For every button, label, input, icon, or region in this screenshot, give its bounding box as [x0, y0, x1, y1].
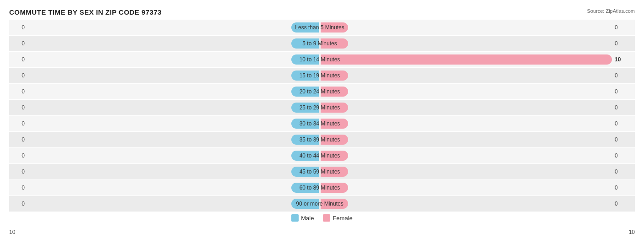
chart-row: 030 to 34 Minutes0: [9, 116, 635, 131]
female-bar-wrap: [320, 71, 612, 81]
bar-section: 25 to 29 Minutes: [27, 100, 612, 115]
bar-pair: [27, 36, 612, 51]
right-value: 0: [612, 152, 635, 159]
chart-row: 040 to 44 Minutes0: [9, 148, 635, 163]
left-value: 0: [9, 152, 27, 159]
left-value: 0: [9, 24, 27, 31]
male-bar: [291, 183, 319, 193]
right-value: 0: [612, 136, 635, 143]
female-bar: [321, 183, 348, 193]
chart-row: 025 to 29 Minutes0: [9, 100, 635, 115]
male-bar-wrap: [27, 38, 320, 49]
bottom-right-value: 10: [629, 229, 635, 235]
male-bar-wrap: [27, 199, 320, 209]
bar-section: 30 to 34 Minutes: [27, 116, 612, 131]
chart-row: 015 to 19 Minutes0: [9, 68, 635, 83]
right-value: 0: [612, 201, 635, 207]
female-bar-wrap: [320, 199, 612, 209]
male-bar: [291, 54, 319, 65]
left-value: 0: [9, 136, 27, 143]
male-bar-wrap: [27, 22, 320, 33]
male-bar: [291, 151, 319, 161]
chart-row: 090 or more Minutes0: [9, 196, 635, 212]
female-bar: [321, 71, 348, 81]
female-label: Female: [333, 215, 352, 222]
bar-pair: [27, 148, 612, 163]
bar-section: Less than 5 Minutes: [27, 20, 612, 35]
bar-section: 5 to 9 Minutes: [27, 36, 612, 51]
right-value: 0: [612, 24, 635, 31]
source-label: Source: ZipAtlas.com: [587, 8, 635, 14]
male-bar-wrap: [27, 151, 320, 161]
bar-section: 10 to 14 Minutes: [27, 52, 612, 67]
bar-pair: [27, 52, 612, 67]
female-bar: [321, 119, 348, 129]
bar-pair: [27, 196, 612, 212]
male-label: Male: [301, 215, 314, 222]
male-bar: [291, 38, 319, 49]
male-bar-wrap: [27, 119, 320, 129]
female-bar-wrap: [320, 135, 612, 145]
right-value: 10: [612, 56, 635, 63]
bar-pair: [27, 100, 612, 115]
female-bar-wrap: [320, 119, 612, 129]
male-bar-wrap: [27, 71, 320, 81]
left-value: 0: [9, 201, 27, 207]
male-swatch: [291, 214, 299, 222]
female-bar: [321, 22, 348, 33]
bar-pair: [27, 180, 612, 196]
female-bar-wrap: [320, 103, 612, 113]
bar-pair: [27, 84, 612, 99]
bar-pair: [27, 132, 612, 147]
female-bar-wrap: [320, 87, 612, 97]
male-bar-wrap: [27, 167, 320, 177]
chart-area: 0Less than 5 Minutes005 to 9 Minutes0010…: [9, 20, 635, 212]
female-bar: [321, 38, 348, 49]
left-value: 0: [9, 88, 27, 95]
chart-row: 05 to 9 Minutes0: [9, 36, 635, 51]
female-bar-wrap: [320, 167, 612, 177]
left-value: 0: [9, 40, 27, 47]
right-value: 0: [612, 120, 635, 127]
chart-title: COMMUTE TIME BY SEX IN ZIP CODE 97373: [9, 8, 635, 16]
left-value: 0: [9, 120, 27, 127]
bar-section: 90 or more Minutes: [27, 196, 612, 212]
chart-row: 045 to 59 Minutes0: [9, 164, 635, 179]
bar-pair: [27, 116, 612, 131]
male-bar-wrap: [27, 183, 320, 193]
chart-container: COMMUTE TIME BY SEX IN ZIP CODE 97373 So…: [0, 0, 644, 239]
male-bar-wrap: [27, 54, 320, 65]
female-bar-wrap: [320, 54, 612, 65]
female-bar-wrap: [320, 151, 612, 161]
female-bar: [321, 87, 348, 97]
left-value: 0: [9, 168, 27, 175]
chart-row: 020 to 24 Minutes0: [9, 84, 635, 99]
female-bar: [321, 167, 348, 177]
left-value: 0: [9, 185, 27, 191]
male-bar: [291, 167, 319, 177]
male-bar: [291, 199, 319, 209]
legend: Male Female: [9, 214, 635, 222]
bar-section: 15 to 19 Minutes: [27, 68, 612, 83]
legend-female: Female: [323, 214, 352, 222]
male-bar: [291, 22, 319, 33]
bar-section: 60 to 89 Minutes: [27, 180, 612, 196]
legend-male: Male: [291, 214, 314, 222]
bar-section: 45 to 59 Minutes: [27, 164, 612, 179]
chart-row: 010 to 14 Minutes10: [9, 52, 635, 67]
male-bar: [291, 71, 319, 81]
female-bar: [321, 151, 348, 161]
bar-pair: [27, 164, 612, 179]
female-bar: [321, 103, 348, 113]
chart-row: 035 to 39 Minutes0: [9, 132, 635, 147]
right-value: 0: [612, 72, 635, 79]
left-value: 0: [9, 104, 27, 111]
right-value: 0: [612, 168, 635, 175]
female-bar: [321, 54, 612, 65]
bar-section: 35 to 39 Minutes: [27, 132, 612, 147]
bar-pair: [27, 68, 612, 83]
female-bar-wrap: [320, 183, 612, 193]
female-bar: [321, 135, 348, 145]
right-value: 0: [612, 185, 635, 191]
bar-pair: [27, 20, 612, 35]
